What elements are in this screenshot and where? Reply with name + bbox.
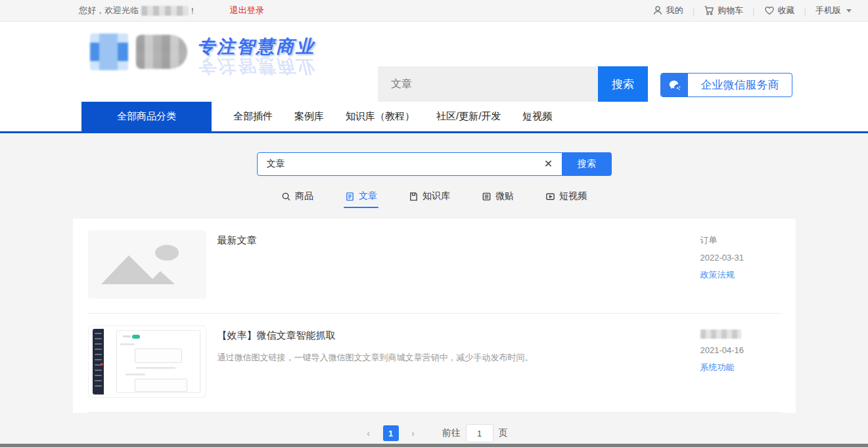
result-category-link[interactable]: 政策法规 bbox=[700, 269, 781, 281]
my-account-label: 我的 bbox=[666, 5, 683, 16]
knowledge-icon bbox=[409, 192, 419, 202]
greeting-prefix: 您好，欢迎光临 bbox=[79, 5, 139, 16]
logo-text-blurred bbox=[136, 35, 187, 69]
nav-item-all-categories[interactable]: 全部商品分类 bbox=[81, 102, 212, 131]
goto-label: 前往 bbox=[442, 427, 461, 439]
result-body: 最新文章 bbox=[206, 230, 700, 299]
tab-articles[interactable]: 文章 bbox=[345, 190, 377, 208]
article-icon bbox=[345, 192, 355, 202]
user-icon bbox=[652, 5, 663, 16]
site-logo[interactable] bbox=[90, 33, 187, 70]
header-search-input[interactable] bbox=[378, 66, 598, 102]
chevron-down-icon bbox=[846, 9, 852, 12]
nav-item-community[interactable]: 社区/更新/开发 bbox=[426, 102, 511, 131]
nav-item-knowledge-base[interactable]: 知识库（教程） bbox=[336, 102, 424, 131]
result-item: 【效率】微信文章智能抓取 通过微信图文链接，一键导入微信图文文章到商城文章营销中… bbox=[88, 314, 781, 413]
next-page-button[interactable]: › bbox=[405, 425, 421, 441]
tab-posts-label: 微贴 bbox=[495, 190, 514, 202]
result-body: 【效率】微信文章智能抓取 通过微信图文链接，一键导入微信图文文章到商城文章营销中… bbox=[206, 326, 700, 398]
mobile-version-menu[interactable]: 手机版 bbox=[815, 5, 852, 16]
wecom-service-label: 企业微信服务商 bbox=[688, 77, 792, 93]
search-button[interactable]: 搜索 bbox=[562, 152, 612, 176]
tab-short-video[interactable]: 短视频 bbox=[545, 190, 587, 208]
logout-link[interactable]: 退出登录 bbox=[230, 5, 264, 16]
tab-products[interactable]: 商品 bbox=[281, 190, 313, 208]
result-title[interactable]: 最新文章 bbox=[217, 234, 687, 247]
result-description: 通过微信图文链接，一键导入微信图文文章到商城文章营销中，减少手动发布时间。 bbox=[217, 351, 687, 364]
heart-icon bbox=[764, 5, 775, 16]
image-placeholder-icon bbox=[88, 230, 206, 299]
slogan-reflection: 专注智慧商业 bbox=[197, 54, 322, 78]
page-number-current[interactable]: 1 bbox=[383, 425, 399, 441]
result-title[interactable]: 【效率】微信文章智能抓取 bbox=[217, 330, 687, 342]
tab-knowledge[interactable]: 知识库 bbox=[409, 190, 450, 208]
tab-articles-label: 文章 bbox=[359, 190, 377, 202]
username-blurred bbox=[141, 6, 189, 16]
header-search: 搜索 bbox=[378, 66, 648, 102]
my-account-link[interactable]: 我的 bbox=[652, 5, 683, 16]
filter-tabs: 商品 文章 知识库 微贴 短视频 bbox=[0, 190, 868, 208]
greeting-suffix: ! bbox=[191, 6, 194, 16]
nav-item-short-video[interactable]: 短视频 bbox=[513, 102, 562, 131]
result-category-link[interactable]: 系统功能 bbox=[700, 362, 781, 373]
result-author-blurred bbox=[700, 330, 741, 339]
wecom-service-button[interactable]: 企业微信服务商 bbox=[660, 73, 792, 97]
wechat-work-icon bbox=[661, 73, 688, 97]
clear-search-icon[interactable]: ✕ bbox=[542, 158, 555, 171]
header-search-button[interactable]: 搜索 bbox=[598, 66, 648, 102]
search-input[interactable] bbox=[258, 153, 562, 175]
result-thumbnail-screenshot[interactable] bbox=[88, 326, 206, 398]
video-icon bbox=[545, 192, 555, 202]
results-list: 最新文章 订单 2022-03-31 政策法规 bbox=[73, 219, 796, 413]
cart-label: 购物车 bbox=[718, 5, 743, 16]
goto-page-input[interactable] bbox=[466, 424, 493, 442]
cart-icon bbox=[704, 5, 714, 16]
result-thumbnail-placeholder[interactable] bbox=[88, 230, 206, 299]
goto-unit-label: 页 bbox=[499, 427, 508, 439]
screenshot-content bbox=[107, 329, 202, 394]
tab-products-label: 商品 bbox=[295, 190, 313, 202]
result-date: 2022-03-31 bbox=[700, 253, 781, 263]
separator: | bbox=[804, 6, 806, 16]
logo-mark-blurred bbox=[90, 33, 128, 70]
prev-page-button[interactable]: ‹ bbox=[361, 425, 377, 441]
topbar-right: 我的 | 购物车 | 收藏 | 手机版 bbox=[652, 5, 852, 16]
cart-link[interactable]: 购物车 bbox=[704, 5, 743, 16]
tab-knowledge-label: 知识库 bbox=[423, 190, 450, 202]
tab-posts[interactable]: 微贴 bbox=[482, 190, 514, 208]
header: 专注智慧商业 专注智慧商业 搜索 企业微信服务商 bbox=[0, 22, 868, 102]
result-meta-top: 订单 bbox=[700, 234, 781, 246]
page: 您好，欢迎光临 ! 退出登录 我的 | 购物车 | bbox=[0, 0, 868, 447]
separator: | bbox=[752, 6, 754, 16]
screenshot-sidebar bbox=[93, 329, 104, 394]
result-meta: 订单 2022-03-31 政策法规 bbox=[700, 230, 781, 299]
nav-item-all-plugins[interactable]: 全部插件 bbox=[223, 102, 283, 131]
content-area: ✕ 搜索 商品 文章 知识库 微贴 bbox=[0, 133, 868, 444]
topbar: 您好，欢迎光临 ! 退出登录 我的 | 购物车 | bbox=[0, 0, 868, 22]
main-nav: 全部商品分类 全部插件 案例库 知识库（教程） 社区/更新/开发 短视频 bbox=[0, 102, 868, 133]
separator: | bbox=[693, 6, 695, 16]
post-icon bbox=[482, 192, 491, 202]
favorites-link[interactable]: 收藏 bbox=[764, 5, 795, 16]
goto-page: 前往 页 bbox=[442, 424, 508, 442]
result-meta: 2021-04-16 系统功能 bbox=[700, 326, 781, 398]
search-input-wrap: ✕ bbox=[257, 152, 562, 176]
result-date: 2021-04-16 bbox=[700, 345, 781, 355]
slogan: 专注智慧商业 专注智慧商业 bbox=[197, 35, 322, 78]
greeting-text: 您好，欢迎光临 ! bbox=[79, 5, 194, 16]
result-item: 最新文章 订单 2022-03-31 政策法规 bbox=[88, 219, 781, 314]
footer-edge bbox=[0, 444, 868, 447]
pagination: ‹ 1 › 前往 页 bbox=[0, 424, 868, 442]
nav-item-case-library[interactable]: 案例库 bbox=[285, 102, 334, 131]
favorites-label: 收藏 bbox=[778, 5, 795, 16]
mobile-version-label: 手机版 bbox=[815, 5, 841, 16]
search-section: ✕ 搜索 bbox=[0, 152, 868, 176]
search-icon bbox=[281, 192, 291, 202]
tab-short-video-label: 短视频 bbox=[559, 190, 587, 202]
